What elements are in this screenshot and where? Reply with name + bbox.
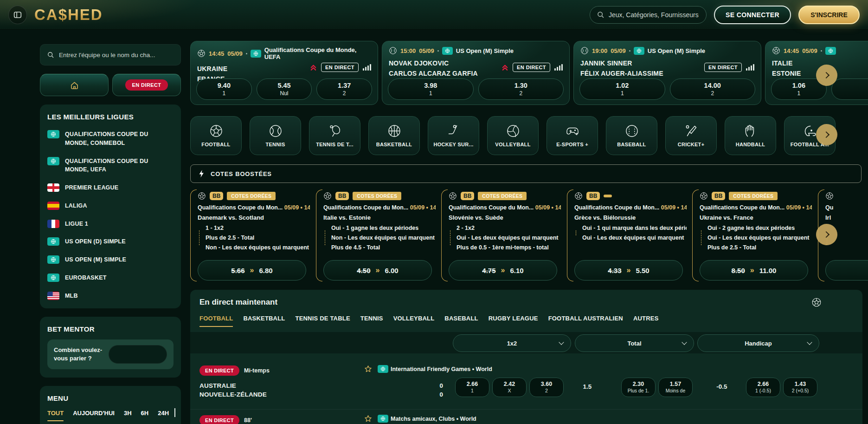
boosted-odds-button[interactable]: 4.75 6.10	[449, 260, 557, 280]
sport-tile-basketball[interactable]: BASKETBALL	[368, 116, 420, 155]
odds-button[interactable]: 2.42X	[492, 378, 527, 397]
menu-tab-tout[interactable]: TOUT	[47, 410, 64, 421]
boosted-bets-list: Oui - 1 qui marque dans les deux période…	[574, 225, 687, 241]
market-dropdown-1x2[interactable]: 1x2	[453, 334, 571, 352]
home-team: AUSTRALIE	[199, 381, 267, 390]
signup-button[interactable]: S'INSCRIRE	[798, 6, 860, 24]
sports-scroll-next-button[interactable]	[816, 124, 837, 145]
live-match-row[interactable]: EN DIRECT Mi-temps International Friendl…	[190, 353, 862, 409]
odds-button[interactable]: 14.002	[670, 78, 756, 100]
odds-button[interactable]: 2.30Plus de 1.	[621, 378, 656, 397]
sport-tile-table-tennis[interactable]: TENNIS DE T...	[309, 116, 360, 155]
odds-button[interactable]: 1.302	[478, 78, 564, 100]
tab-football[interactable]: FOOTBALL	[199, 315, 233, 327]
odds-button[interactable]: 1.021	[579, 78, 665, 100]
live-match-row[interactable]: EN DIRECT 88' Matchs amicaux, Clubs • Wo…	[190, 409, 862, 424]
boosted-card-header: BB COTES DORÉES	[449, 192, 561, 200]
tab-football-australien[interactable]: FOOTBALL AUSTRALIEN	[548, 315, 623, 327]
sport-tile-ice-hockey[interactable]: HOCKEY SUR...	[428, 116, 479, 155]
favorite-star-icon[interactable]	[364, 414, 373, 423]
new-odds: 11.00	[759, 267, 777, 274]
sidebar-item-league[interactable]: QUALIFICATIONS COUPE DU MONDE, CONMEBOL	[47, 130, 174, 148]
odds-button[interactable]: 1.432 (+0.5)	[783, 378, 817, 397]
bet-item: Plus de 2.5 - Total	[206, 235, 310, 241]
league-label: QUALIFICATIONS COUPE DU MONDE, UEFA	[65, 157, 174, 175]
boosted-scroll-next-button[interactable]	[816, 224, 837, 245]
live-sport-tabs: FOOTBALL BASKETBALL TENNIS DE TABLE TENN…	[199, 315, 853, 327]
odds-button[interactable]: 2.661	[455, 378, 489, 397]
boosted-odds-button[interactable]: 8.50 11.00	[700, 260, 808, 280]
odds-button[interactable]	[831, 78, 868, 100]
home-tab[interactable]	[40, 74, 109, 96]
match-card[interactable]: 15:00 05/09 US Open (M) Simple NOVAK DJO…	[382, 41, 570, 105]
menu-tab-6h[interactable]: 6H	[141, 410, 149, 417]
boosted-odds-button[interactable]: 4.33 5.50	[574, 260, 683, 280]
market-dropdown-handicap[interactable]: Handicap	[697, 334, 819, 352]
sidebar-item-league[interactable]: QUALIFICATIONS COUPE DU MONDE, UEFA	[47, 157, 174, 175]
boosted-datetime: 05/09 • 14:45	[410, 204, 436, 211]
odds-button[interactable]: 1.372	[316, 78, 372, 100]
tab-volleyball[interactable]: VOLLEYBALL	[393, 315, 435, 327]
sport-tile-football[interactable]: FOOTBALL	[190, 116, 242, 155]
sidebar-search[interactable]	[40, 44, 181, 65]
sport-tile-handball[interactable]: HANDBALL	[725, 116, 776, 155]
carousel-next-button[interactable]	[816, 65, 837, 86]
boosted-odds-button[interactable]: 4.50 6.00	[323, 260, 432, 280]
sidebar-item-league[interactable]: LALIGA	[47, 202, 174, 210]
match-card[interactable]: 19:00 05/09 US Open (M) Simple JANNIK SI…	[573, 41, 761, 105]
odds-button[interactable]: 1.57Moins de	[658, 378, 693, 397]
boosted-odds-banner[interactable]: COTES BOOSTÉES	[190, 164, 862, 183]
sidebar-item-league[interactable]: MLB	[47, 292, 174, 300]
odds-button[interactable]: 3.602	[529, 378, 564, 397]
bet-amount-input[interactable]	[109, 345, 167, 364]
tab-table-tennis[interactable]: TENNIS DE TABLE	[295, 315, 350, 327]
live-tab[interactable]: EN DIRECT	[112, 74, 181, 96]
tab-autres[interactable]: AUTRES	[633, 315, 659, 327]
favorite-star-icon[interactable]	[364, 365, 373, 373]
header-search[interactable]	[590, 6, 707, 24]
tab-rugby-league[interactable]: RUGBY LEAGUE	[489, 315, 538, 327]
brand-logo[interactable]: CA$HED	[34, 6, 103, 24]
odds-button[interactable]: 5.45Nul	[257, 78, 312, 100]
match-card[interactable]: 14:45 05/09 Qualifications Coupe du Mond…	[190, 41, 378, 105]
live-status: EN DIRECT 88'	[199, 415, 252, 424]
boosted-card[interactable]: BB Qualifications Coupe du Mon... 05/09 …	[567, 189, 687, 282]
sport-tile-volleyball[interactable]: VOLLEYBALL	[487, 116, 539, 155]
sidebar-item-league[interactable]: US OPEN (D) SIMPLE	[47, 237, 174, 246]
tab-basketball[interactable]: BASKETBALL	[243, 315, 285, 327]
sidebar-search-input[interactable]	[59, 52, 174, 59]
tab-tennis[interactable]: TENNIS	[360, 315, 383, 327]
boosted-card[interactable]: BB COTES DORÉES Qualifications Coupe du …	[190, 189, 310, 282]
sidebar-item-league[interactable]: PREMIER LEAGUE	[47, 183, 174, 192]
header-search-input[interactable]	[609, 11, 700, 19]
menu-tab-24h[interactable]: 24H	[158, 410, 169, 417]
sidebar-item-league[interactable]: US OPEN (M) SIMPLE	[47, 255, 174, 264]
sport-tile-esports[interactable]: E-SPORTS +	[547, 116, 598, 155]
sidebar-item-league[interactable]: LIGUE 1	[47, 220, 174, 228]
match-status: EN DIRECT	[310, 63, 371, 72]
chevron-down-icon	[559, 339, 564, 345]
boosted-bets-list: 1 - 1x2 Plus de 2.5 - Total Non - Les de…	[198, 225, 310, 251]
odds-button[interactable]: 9.401	[196, 78, 252, 100]
boosted-datetime: 05/09 • 14:45	[661, 204, 687, 211]
boosted-card[interactable]: BB COTES DORÉES Qualifications Coupe du …	[441, 189, 561, 282]
sport-tile-baseball[interactable]: BASEBALL	[606, 116, 657, 155]
sidebar-item-league[interactable]: EUROBASKET	[47, 274, 174, 282]
menu-scroll-next-button[interactable]	[174, 409, 175, 417]
league-label: US OPEN (M) SIMPLE	[65, 255, 126, 264]
sidebar-toggle-button[interactable]	[8, 6, 27, 24]
menu-tab-aujourdhui[interactable]: AUJOURD'HUI	[73, 410, 115, 417]
menu-tab-3h[interactable]: 3H	[124, 410, 132, 417]
market-dropdown-total[interactable]: Total	[575, 334, 694, 352]
boosted-card[interactable]: BB COTES DORÉES Qualifications Coupe du …	[692, 189, 812, 282]
odds-button[interactable]: 3.981	[388, 78, 474, 100]
boosted-odds-button[interactable]	[825, 260, 868, 280]
sport-tile-tennis[interactable]: TENNIS	[250, 116, 301, 155]
sport-tile-cricket[interactable]: CRICKET+	[665, 116, 717, 155]
boosted-odds-button[interactable]: 5.66 6.80	[198, 260, 306, 280]
odds-button[interactable]: 2.661 (-0.5)	[746, 378, 780, 397]
boosted-card[interactable]: BB COTES DORÉES Qualifications Coupe du …	[316, 189, 436, 282]
tab-baseball[interactable]: BASEBALL	[444, 315, 478, 327]
login-button[interactable]: SE CONNECTER	[714, 6, 791, 24]
stats-bars-icon	[363, 64, 371, 71]
